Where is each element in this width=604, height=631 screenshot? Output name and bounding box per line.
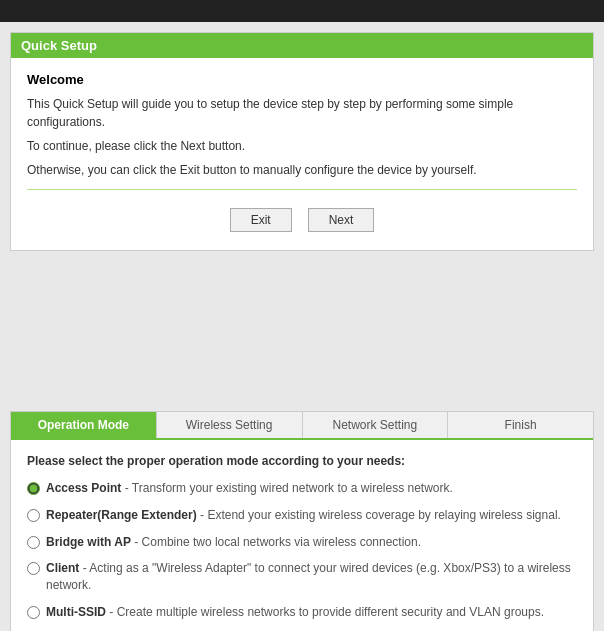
option-title-repeater: Repeater(Range Extender) — [46, 508, 197, 522]
select-label: Please select the proper operation mode … — [27, 454, 577, 468]
label-repeater[interactable]: Repeater(Range Extender) - Extend your e… — [46, 507, 561, 524]
option-repeater: Repeater(Range Extender) - Extend your e… — [27, 507, 577, 524]
option-title-access-point: Access Point — [46, 481, 121, 495]
option-desc-client: - Acting as a "Wireless Adapter" to conn… — [46, 561, 571, 592]
option-desc-access-point: - Transform your existing wired network … — [125, 481, 453, 495]
option-access-point: Access Point - Transform your existing w… — [27, 480, 577, 497]
radio-multi-ssid[interactable] — [27, 606, 40, 619]
option-title-multi-ssid: Multi-SSID — [46, 605, 106, 619]
option-client: Client - Acting as a "Wireless Adapter" … — [27, 560, 577, 594]
option-title-bridge: Bridge with AP — [46, 535, 131, 549]
welcome-title: Welcome — [27, 72, 577, 87]
option-desc-multi-ssid: - Create multiple wireless networks to p… — [109, 605, 544, 619]
step-network-setting[interactable]: Network Setting — [303, 412, 449, 438]
exit-button[interactable]: Exit — [230, 208, 292, 232]
radio-access-point[interactable] — [27, 482, 40, 495]
divider-top — [27, 189, 577, 190]
label-client[interactable]: Client - Acting as a "Wireless Adapter" … — [46, 560, 577, 594]
next-button-top[interactable]: Next — [308, 208, 375, 232]
top-bar — [0, 0, 604, 22]
option-desc-repeater: - Extend your existing wireless coverage… — [200, 508, 561, 522]
option-desc-bridge: - Combine two local networks via wireles… — [134, 535, 421, 549]
spacer — [10, 261, 594, 401]
label-access-point[interactable]: Access Point - Transform your existing w… — [46, 480, 453, 497]
page-wrapper: Quick Setup Welcome This Quick Setup wil… — [0, 22, 604, 631]
option-bridge: Bridge with AP - Combine two local netwo… — [27, 534, 577, 551]
operation-mode-panel: Operation Mode Wireless Setting Network … — [10, 411, 594, 631]
radio-bridge[interactable] — [27, 536, 40, 549]
radio-client[interactable] — [27, 562, 40, 575]
welcome-line1: This Quick Setup will guide you to setup… — [27, 95, 577, 131]
label-multi-ssid[interactable]: Multi-SSID - Create multiple wireless ne… — [46, 604, 544, 621]
label-bridge[interactable]: Bridge with AP - Combine two local netwo… — [46, 534, 421, 551]
step-finish[interactable]: Finish — [448, 412, 593, 438]
quick-setup-body: Welcome This Quick Setup will guide you … — [11, 58, 593, 250]
radio-repeater[interactable] — [27, 509, 40, 522]
step-wireless-setting[interactable]: Wireless Setting — [157, 412, 303, 438]
option-title-client: Client — [46, 561, 79, 575]
welcome-line2: To continue, please click the Next butto… — [27, 137, 577, 155]
operation-body: Please select the proper operation mode … — [11, 440, 593, 631]
welcome-line3: Otherwise, you can click the Exit button… — [27, 161, 577, 179]
option-multi-ssid: Multi-SSID - Create multiple wireless ne… — [27, 604, 577, 621]
steps-bar: Operation Mode Wireless Setting Network … — [11, 412, 593, 440]
quick-setup-panel: Quick Setup Welcome This Quick Setup wil… — [10, 32, 594, 251]
step-operation-mode[interactable]: Operation Mode — [11, 412, 157, 438]
quick-setup-header: Quick Setup — [11, 33, 593, 58]
quick-setup-btn-row: Exit Next — [27, 200, 577, 236]
